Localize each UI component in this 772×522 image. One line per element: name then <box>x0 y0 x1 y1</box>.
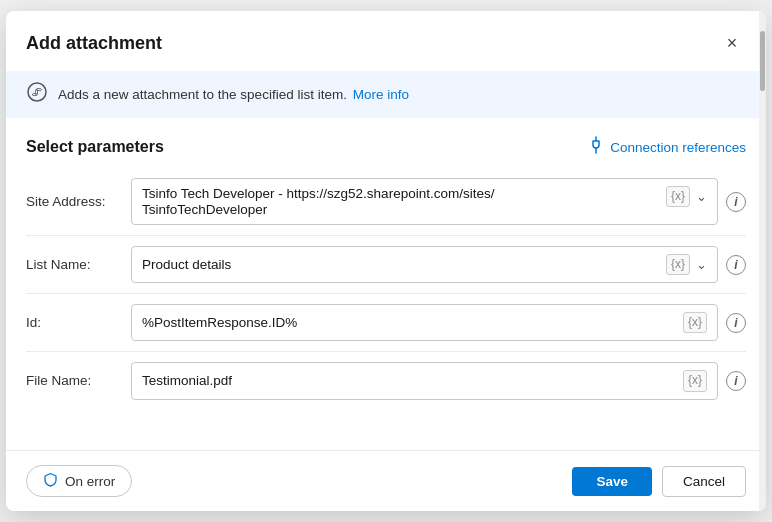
file-name-expr-badge[interactable]: {x} <box>683 370 707 391</box>
scrollbar-track <box>759 11 766 511</box>
id-input[interactable]: %PostItemResponse.ID% {x} <box>131 304 718 341</box>
scrollbar-thumb[interactable] <box>760 31 765 91</box>
info-banner: 🖇 Adds a new attachment to the specified… <box>6 71 766 118</box>
svg-text:🖇: 🖇 <box>31 86 42 98</box>
save-button[interactable]: Save <box>572 467 652 496</box>
id-actions: {x} <box>683 312 707 333</box>
close-button[interactable]: × <box>718 29 746 57</box>
section-title: Select parameters <box>26 138 164 156</box>
site-address-input[interactable]: Tsinfo Tech Developer - https://szg52.sh… <box>131 178 718 225</box>
id-row: Id: %PostItemResponse.ID% {x} i <box>26 294 746 351</box>
attachment-icon: 🖇 <box>26 81 48 108</box>
shield-icon <box>43 472 58 490</box>
id-expr-badge[interactable]: {x} <box>683 312 707 333</box>
file-name-info-icon[interactable]: i <box>726 371 746 391</box>
cancel-button[interactable]: Cancel <box>662 466 746 497</box>
list-name-input[interactable]: Product details {x} ⌄ <box>131 246 718 283</box>
id-label: Id: <box>26 315 131 330</box>
site-address-actions: {x} ⌄ <box>666 186 707 207</box>
site-address-info-icon[interactable]: i <box>726 192 746 212</box>
list-name-label: List Name: <box>26 257 131 272</box>
on-error-button[interactable]: On error <box>26 465 132 497</box>
id-info-icon[interactable]: i <box>726 313 746 333</box>
on-error-label: On error <box>65 474 115 489</box>
file-name-control: Testimonial.pdf {x} i <box>131 362 746 399</box>
footer-right: Save Cancel <box>572 466 746 497</box>
list-name-expr-badge[interactable]: {x} <box>666 254 690 275</box>
banner-text: Adds a new attachment to the specified l… <box>58 87 409 102</box>
list-name-value: Product details <box>142 257 658 272</box>
site-address-row: Site Address: Tsinfo Tech Developer - ht… <box>26 168 746 235</box>
site-address-chevron-icon[interactable]: ⌄ <box>696 189 707 204</box>
connection-plug-icon <box>588 136 604 158</box>
file-name-label: File Name: <box>26 373 131 388</box>
file-name-actions: {x} <box>683 370 707 391</box>
dialog-footer: On error Save Cancel <box>6 450 766 511</box>
list-name-control: Product details {x} ⌄ i <box>131 246 746 283</box>
list-name-chevron-icon[interactable]: ⌄ <box>696 257 707 272</box>
list-name-actions: {x} ⌄ <box>666 254 707 275</box>
form-body: Site Address: Tsinfo Tech Developer - ht… <box>6 168 766 442</box>
connection-references-button[interactable]: Connection references <box>588 136 746 158</box>
site-address-control: Tsinfo Tech Developer - https://szg52.sh… <box>131 178 746 225</box>
site-address-label: Site Address: <box>26 194 131 209</box>
id-value: %PostItemResponse.ID% <box>142 315 675 330</box>
file-name-input[interactable]: Testimonial.pdf {x} <box>131 362 718 399</box>
section-header: Select parameters Connection references <box>6 118 766 168</box>
list-name-row: List Name: Product details {x} ⌄ i <box>26 236 746 293</box>
add-attachment-dialog: Add attachment × 🖇 Adds a new attachment… <box>6 11 766 511</box>
connection-references-label: Connection references <box>610 140 746 155</box>
site-address-value: Tsinfo Tech Developer - https://szg52.sh… <box>142 186 494 217</box>
file-name-value: Testimonial.pdf <box>142 373 675 388</box>
more-info-link[interactable]: More info <box>353 87 409 102</box>
site-address-expr-badge[interactable]: {x} <box>666 186 690 207</box>
file-name-row: File Name: Testimonial.pdf {x} i <box>26 352 746 409</box>
list-name-info-icon[interactable]: i <box>726 255 746 275</box>
id-control: %PostItemResponse.ID% {x} i <box>131 304 746 341</box>
dialog-title: Add attachment <box>26 33 162 54</box>
footer-left: On error <box>26 465 132 497</box>
dialog-header: Add attachment × <box>6 11 766 71</box>
